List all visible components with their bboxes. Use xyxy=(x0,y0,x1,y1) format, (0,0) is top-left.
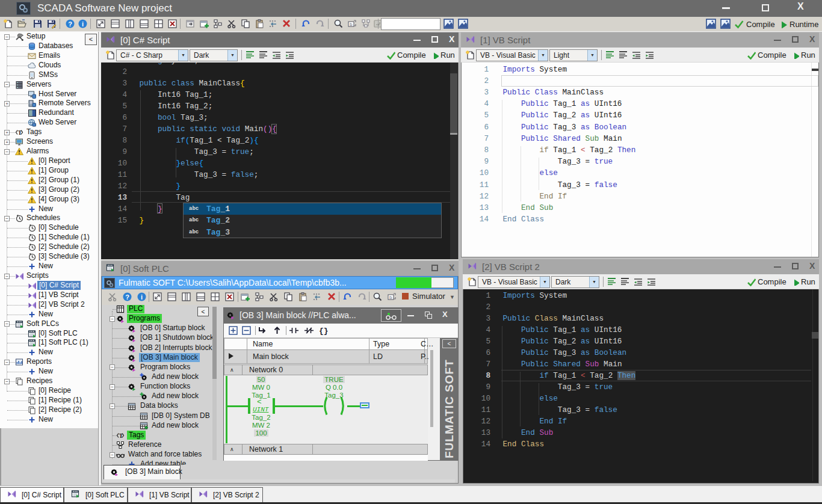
svg-text:?: ? xyxy=(125,293,129,301)
svg-text:i: i xyxy=(82,20,84,28)
svg-text:i: i xyxy=(141,293,143,301)
svg-text:b: b xyxy=(389,295,392,300)
svg-text:{}: {} xyxy=(319,327,328,335)
svg-text:T: T xyxy=(18,129,22,136)
svg-text:T: T xyxy=(119,432,123,439)
svg-text:b: b xyxy=(350,22,353,27)
svg-text:?: ? xyxy=(68,20,72,28)
